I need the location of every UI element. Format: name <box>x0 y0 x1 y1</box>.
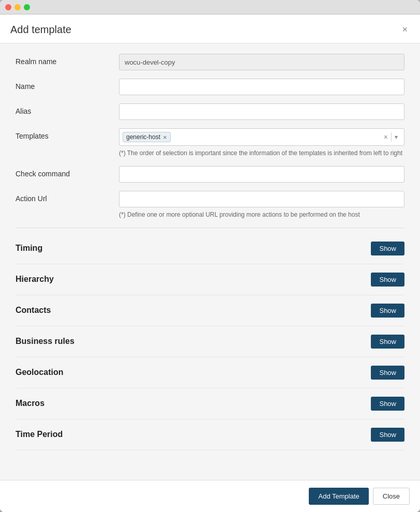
realm-name-row: Realm name <box>16 54 404 70</box>
section-show-button-4[interactable]: Show <box>371 366 404 380</box>
close-traffic-light[interactable] <box>5 4 11 10</box>
section-row-geolocation: GeolocationShow <box>16 357 404 388</box>
dialog-close-button[interactable]: × <box>400 24 410 35</box>
dialog-header: Add template × <box>0 14 420 43</box>
check-command-field <box>119 166 404 183</box>
section-divider <box>16 228 404 228</box>
templates-field: generic-host × × ▾ (*) The order of sele… <box>119 128 404 158</box>
dialog-body: Realm name Name Alias Templates <box>0 43 420 480</box>
realm-name-label: Realm name <box>16 54 119 66</box>
section-show-button-2[interactable]: Show <box>371 304 404 318</box>
section-label-2: Contacts <box>16 306 51 315</box>
name-label: Name <box>16 79 119 91</box>
traffic-lights <box>5 4 30 10</box>
template-tag-generic-host: generic-host × <box>123 132 171 142</box>
dialog-title: Add template <box>10 24 71 36</box>
section-show-button-6[interactable]: Show <box>371 428 404 442</box>
realm-name-input <box>119 54 404 70</box>
section-row-business-rules: Business rulesShow <box>16 326 404 357</box>
section-row-hierarchy: HierarchyShow <box>16 264 404 295</box>
alias-label: Alias <box>16 103 119 115</box>
realm-name-field <box>119 54 404 70</box>
main-window: Add template × Realm name Name Alias <box>0 0 420 512</box>
section-label-6: Time Period <box>16 430 63 439</box>
section-label-1: Hierarchy <box>16 275 54 284</box>
section-row-contacts: ContactsShow <box>16 295 404 326</box>
check-command-row: Check command <box>16 166 404 183</box>
maximize-traffic-light[interactable] <box>24 4 30 10</box>
minimize-traffic-light[interactable] <box>14 4 21 10</box>
section-label-5: Macros <box>16 399 44 408</box>
check-command-label: Check command <box>16 166 119 178</box>
templates-hint: (*) The order of selection is important … <box>119 149 404 158</box>
templates-clear-button[interactable]: × <box>381 132 391 142</box>
section-row-time-period: Time PeriodShow <box>16 419 404 450</box>
action-url-field: (*) Define one or more optional URL prov… <box>119 191 404 219</box>
action-url-input[interactable] <box>119 191 404 207</box>
action-url-hint: (*) Define one or more optional URL prov… <box>119 210 404 219</box>
name-field <box>119 79 404 95</box>
section-row-macros: MacrosShow <box>16 388 404 419</box>
section-label-3: Business rules <box>16 337 74 346</box>
sections-container: TimingShowHierarchyShowContactsShowBusin… <box>16 233 404 450</box>
section-show-button-1[interactable]: Show <box>371 273 404 287</box>
templates-controls: × ▾ <box>381 132 401 142</box>
add-template-button[interactable]: Add Template <box>309 488 368 505</box>
template-tag-remove-button[interactable]: × <box>163 134 167 141</box>
check-command-input[interactable] <box>119 166 404 183</box>
section-show-button-5[interactable]: Show <box>371 397 404 411</box>
section-label-4: Geolocation <box>16 368 63 377</box>
action-url-row: Action Url (*) Define one or more option… <box>16 191 404 219</box>
templates-dropdown-button[interactable]: ▾ <box>392 132 401 142</box>
alias-row: Alias <box>16 103 404 120</box>
section-show-button-0[interactable]: Show <box>371 242 404 255</box>
templates-label: Templates <box>16 128 119 140</box>
close-button[interactable]: Close <box>373 488 410 505</box>
section-label-0: Timing <box>16 244 42 253</box>
template-tag-label: generic-host <box>126 133 160 141</box>
section-show-button-3[interactable]: Show <box>371 335 404 349</box>
alias-input[interactable] <box>119 103 404 120</box>
name-input[interactable] <box>119 79 404 95</box>
name-row: Name <box>16 79 404 95</box>
action-url-label: Action Url <box>16 191 119 203</box>
templates-row: Templates generic-host × × ▾ (*) The ord… <box>16 128 404 158</box>
titlebar <box>0 0 420 14</box>
section-row-timing: TimingShow <box>16 233 404 264</box>
templates-container[interactable]: generic-host × × ▾ <box>119 128 404 146</box>
alias-field <box>119 103 404 120</box>
dialog-footer: Add Template Close <box>0 480 420 512</box>
